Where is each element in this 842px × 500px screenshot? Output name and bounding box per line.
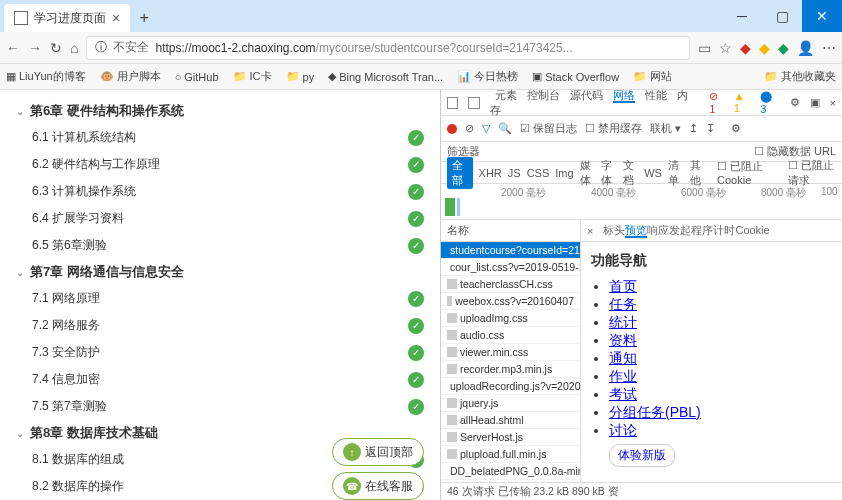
throttle-select[interactable]: 联机 ▾ (650, 121, 681, 136)
network-row[interactable]: weebox.css?v=20160407 (441, 293, 580, 310)
network-row[interactable]: jquery.js (441, 395, 580, 412)
preview-tab[interactable]: Cookie (735, 224, 769, 236)
bookmark-item[interactable]: 📁 py (286, 70, 315, 83)
network-row[interactable]: uploadImg.css (441, 310, 580, 327)
inspect-icon[interactable] (447, 97, 458, 109)
nav-link[interactable]: 讨论 (609, 422, 637, 438)
lesson-item[interactable]: 6.3 计算机操作系统✓ (0, 178, 440, 205)
forward-button[interactable]: → (28, 40, 42, 56)
network-row[interactable]: plupload.full.min.js (441, 446, 580, 463)
service-button[interactable]: ☎在线客服 (332, 472, 424, 500)
cookie-filter[interactable]: ☐ 已阻止 Cookie (717, 159, 776, 186)
back-button[interactable]: ← (6, 40, 20, 56)
maximize-button[interactable]: ▢ (762, 0, 802, 32)
devtools-settings-icon[interactable]: ⚙ (790, 96, 800, 109)
network-row[interactable]: audio.css (441, 327, 580, 344)
ext3-icon[interactable]: ◆ (778, 40, 789, 56)
devtools-tab[interactable]: 性能 (645, 89, 667, 101)
lesson-item[interactable]: 6.4 扩展学习资料✓ (0, 205, 440, 232)
bookmark-item[interactable]: 🐵 用户脚本 (100, 69, 161, 84)
type-filter[interactable]: CSS (527, 167, 550, 179)
devtools-tab[interactable]: 元素 (495, 89, 517, 101)
bookmark-item[interactable]: ▦ LiuYun的博客 (6, 69, 86, 84)
nav-link[interactable]: 作业 (609, 368, 637, 384)
nav-link[interactable]: 考试 (609, 386, 637, 402)
lesson-item[interactable]: 6.2 硬件结构与工作原理✓ (0, 151, 440, 178)
type-filter[interactable]: JS (508, 167, 521, 179)
tab-close-icon[interactable]: × (112, 10, 120, 26)
download-icon[interactable]: ↧ (706, 122, 715, 135)
lesson-item[interactable]: 7.4 信息加密✓ (0, 366, 440, 393)
upload-icon[interactable]: ↥ (689, 122, 698, 135)
cookie-filter[interactable]: ☐ 已阻止请求 (788, 158, 836, 188)
minimize-button[interactable]: ─ (722, 0, 762, 32)
search-icon[interactable]: 🔍 (498, 122, 512, 135)
network-row[interactable]: ServerHost.js (441, 429, 580, 446)
lesson-item[interactable]: 7.3 安全防护✓ (0, 339, 440, 366)
type-filter[interactable]: 清单 (668, 158, 684, 188)
type-filter[interactable]: XHR (479, 167, 502, 179)
star-icon[interactable]: ☆ (719, 40, 732, 56)
chapter-header[interactable]: ⌄第6章 硬件结构和操作系统 (0, 98, 440, 124)
network-row[interactable]: allHead.shtml (441, 412, 580, 429)
preview-tab[interactable]: 标头 (603, 224, 625, 236)
lesson-item[interactable]: 7.2 网络服务✓ (0, 312, 440, 339)
ext2-icon[interactable]: ◆ (759, 40, 770, 56)
nav-link[interactable]: 任务 (609, 296, 637, 312)
url-field[interactable]: ⓘ 不安全 https://mooc1-2.chaoxing.com/mycou… (86, 36, 690, 60)
filter-icon[interactable]: ▽ (482, 122, 490, 135)
devtools-tab[interactable]: 源代码 (570, 89, 603, 101)
bookmark-item[interactable]: 📁 IC卡 (233, 69, 272, 84)
read-icon[interactable]: ▭ (698, 40, 711, 56)
bookmark-other[interactable]: 📁 其他收藏夹 (764, 69, 836, 84)
type-filter[interactable]: 字体 (601, 158, 617, 188)
type-filter[interactable]: 其他 (690, 158, 706, 188)
chapter-header[interactable]: ⌄第7章 网络通信与信息安全 (0, 259, 440, 285)
bookmark-item[interactable]: ◆ Bing Microsoft Tran... (328, 70, 443, 83)
bookmark-item[interactable]: 📁 网站 (633, 69, 672, 84)
devtools-dock-icon[interactable]: ▣ (810, 96, 820, 109)
new-tab-button[interactable]: + (130, 4, 158, 32)
home-button[interactable]: ⌂ (70, 40, 78, 56)
ext1-icon[interactable]: ◆ (740, 40, 751, 56)
type-filter[interactable]: 文档 (623, 158, 639, 188)
name-header[interactable]: 名称 (441, 220, 580, 242)
lesson-item[interactable]: 7.1 网络原理✓ (0, 285, 440, 312)
clear-icon[interactable]: ⊘ (465, 122, 474, 135)
close-window-button[interactable]: ✕ (802, 0, 842, 32)
type-filter[interactable]: 媒体 (580, 158, 596, 188)
preview-tab[interactable]: 预览 (625, 224, 647, 238)
user-icon[interactable]: 👤 (797, 40, 814, 56)
network-row[interactable]: cour_list.css?v=2019-0519-17: (441, 259, 580, 276)
devtools-warnings[interactable]: ⊘ 1 ▲ 1 ⬤ 3 (709, 90, 779, 115)
disable-cache-checkbox[interactable]: ☐ 禁用缓存 (585, 121, 642, 136)
tryout-button[interactable]: 体验新版 (609, 444, 675, 467)
preview-tab[interactable]: 发起程序 (669, 224, 713, 236)
network-row[interactable]: viewer.min.css (441, 344, 580, 361)
network-row[interactable]: recorder.mp3.min.js (441, 361, 580, 378)
nav-link[interactable]: 首页 (609, 278, 637, 294)
nav-link[interactable]: 统计 (609, 314, 637, 330)
refresh-button[interactable]: ↻ (50, 40, 62, 56)
browser-tab[interactable]: 学习进度页面 × (4, 4, 130, 32)
record-icon[interactable] (447, 124, 457, 134)
devtools-tab[interactable]: 控制台 (527, 89, 560, 101)
network-row[interactable]: uploadRecording.js?v=2020-0 (441, 378, 580, 395)
devtools-tab[interactable]: 网络 (613, 89, 635, 103)
device-icon[interactable] (468, 97, 479, 109)
back-to-top-button[interactable]: ↑返回顶部 (332, 438, 424, 466)
network-row[interactable]: studentcourse?courseId=2147... (441, 242, 580, 259)
network-row[interactable]: teacherclassCH.css (441, 276, 580, 293)
keep-log-checkbox[interactable]: ☑ 保留日志 (520, 121, 577, 136)
devtools-timeline[interactable]: 2000 毫秒 4000 毫秒 6000 毫秒 8000 毫秒 100 (441, 184, 842, 220)
lesson-item[interactable]: 6.5 第6章测验✓ (0, 232, 440, 259)
net-settings-icon[interactable]: ⚙ (731, 122, 741, 135)
lesson-item[interactable]: 6.1 计算机系统结构✓ (0, 124, 440, 151)
lesson-item[interactable]: 7.5 第7章测验✓ (0, 393, 440, 420)
preview-tab[interactable]: 响应 (647, 224, 669, 236)
nav-link[interactable]: 分组任务(PBL) (609, 404, 701, 420)
nav-link[interactable]: 通知 (609, 350, 637, 366)
preview-tab[interactable]: 计时 (713, 224, 735, 236)
nav-link[interactable]: 资料 (609, 332, 637, 348)
bookmark-item[interactable]: ○ GitHub (175, 71, 219, 83)
